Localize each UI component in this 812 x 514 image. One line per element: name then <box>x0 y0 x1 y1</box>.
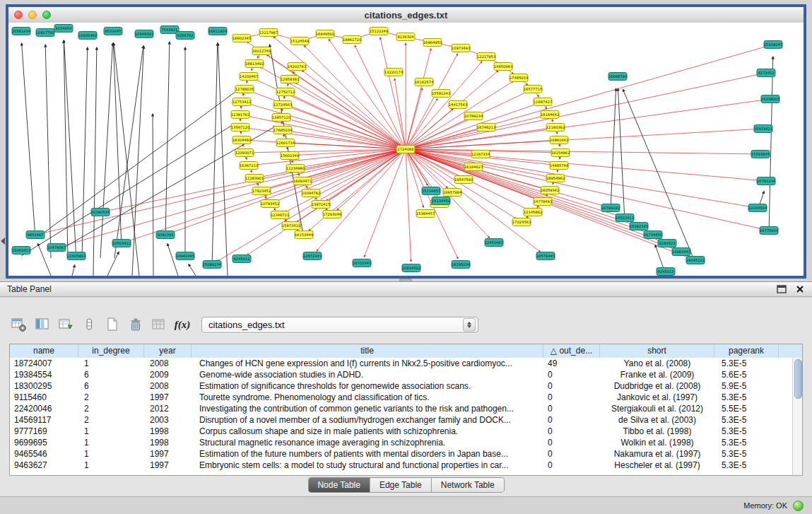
graph-node[interactable]: 18954962 <box>546 175 565 182</box>
graph-node[interactable]: 16746213 <box>477 124 495 132</box>
column-header-short[interactable]: short <box>600 344 714 358</box>
graph-node[interactable]: 15602349 <box>281 152 299 160</box>
graph-node[interactable]: 10963447 <box>672 248 690 256</box>
graph-node[interactable]: 10781234 <box>757 177 776 185</box>
graph-node[interactable]: 15122249 <box>370 28 388 35</box>
table-options-icon[interactable] <box>10 315 28 334</box>
graph-node[interactable]: 14778493 <box>534 198 552 206</box>
graph-node[interactable]: 12217987 <box>259 29 278 37</box>
graph-node[interactable]: 15384457 <box>416 210 435 218</box>
graph-node[interactable]: 12167334 <box>471 151 490 158</box>
graph-node[interactable]: 9853467 <box>26 231 45 239</box>
float-panel-icon[interactable] <box>775 284 788 295</box>
graph-node[interactable]: 15124549 <box>290 37 309 45</box>
graph-node[interactable]: 16577715 <box>524 86 542 93</box>
table-row[interactable]: 977716911998Corpus callosum shape and si… <box>10 426 792 437</box>
column-header-in-degree[interactable]: in_degree <box>78 344 144 358</box>
graph-node[interactable]: 15063412 <box>12 247 30 255</box>
maximize-window-button[interactable] <box>42 11 51 19</box>
graph-node[interactable]: 15873410 <box>282 222 300 230</box>
graph-node[interactable]: 8136304 <box>396 33 415 41</box>
graph-node[interactable]: 12724563 <box>273 101 292 109</box>
graph-node[interactable]: 14523411 <box>616 214 634 222</box>
graph-node[interactable]: 12450467 <box>485 239 503 247</box>
table-scrollbar[interactable] <box>792 358 802 475</box>
graph-node[interactable]: 9245013 <box>657 268 675 276</box>
show-columns-icon[interactable] <box>33 315 52 334</box>
graph-node[interactable]: 10789234 <box>464 112 483 120</box>
graph-node[interactable]: 12752712 <box>276 88 295 96</box>
table-selector-dropdown[interactable]: citations_edges.txt <box>201 317 478 333</box>
graph-node[interactable]: 16734450 <box>644 231 662 239</box>
graph-node[interactable]: 18164642 <box>541 111 559 119</box>
graph-node[interactable]: 12872341 <box>303 252 322 260</box>
graph-node[interactable]: 9154654 <box>54 25 73 33</box>
table-scrollbar-thumb[interactable] <box>794 359 802 399</box>
graph-node[interactable]: 16164627 <box>464 163 483 171</box>
table-row[interactable]: 946554611997Estimation of the future num… <box>10 448 792 460</box>
graph-node[interactable]: 15134457 <box>422 187 440 195</box>
graph-node[interactable]: 10578345 <box>536 252 555 260</box>
graph-node[interactable]: 10094782 <box>302 189 320 197</box>
column-header-year[interactable]: year <box>144 344 192 358</box>
graph-node[interactable]: 17024563 <box>512 218 531 226</box>
graph-node[interactable]: 10834562 <box>402 264 420 272</box>
import-table-icon[interactable] <box>57 315 75 334</box>
graph-node[interactable]: 13567120 <box>231 124 249 132</box>
graph-node[interactable]: 18957984 <box>443 189 462 197</box>
collapse-left-arrow-icon[interactable] <box>1 238 5 245</box>
graph-node[interactable]: 16059342 <box>541 187 559 194</box>
graph-node[interactable]: 19045122 <box>686 257 705 264</box>
graph-node[interactable]: 15581243 <box>432 90 450 98</box>
graph-node[interactable]: 15089234 <box>203 261 222 269</box>
graph-node[interactable]: 15938045 <box>764 41 782 49</box>
graph-node[interactable]: 14200467 <box>240 73 258 81</box>
table-row[interactable]: 946362711997Embryonic stem cells: a mode… <box>10 460 792 471</box>
graph-node[interactable]: 14238005 <box>761 95 779 103</box>
graph-node[interactable]: 19547590 <box>454 176 473 184</box>
table-row[interactable]: 969969511998Structural magnetic resonanc… <box>10 437 792 448</box>
graph-node[interactable]: 19154962 <box>551 149 570 157</box>
graph-node[interactable]: 15134450 <box>432 197 450 205</box>
network-canvas-area[interactable]: 2058163410817782915465416930462853304510… <box>8 23 804 276</box>
graph-node[interactable]: 9184523 <box>658 240 676 247</box>
graph-node[interactable]: 14850983 <box>494 63 512 71</box>
row-tools-icon[interactable] <box>80 315 98 334</box>
column-header-title[interactable]: title <box>192 344 543 358</box>
delete-rows-icon[interactable] <box>126 315 145 334</box>
graph-node[interactable]: 12160362 <box>546 124 565 132</box>
graph-node[interactable]: 18813492 <box>245 60 264 68</box>
graph-node[interactable]: 10817782 <box>36 29 54 37</box>
graph-node[interactable]: 14202763 <box>288 63 306 71</box>
graph-node[interactable]: 11283901 <box>245 175 264 182</box>
graph-node[interactable]: 16012749 <box>252 47 271 55</box>
graph-node[interactable]: 8533045 <box>104 28 122 35</box>
graph-node[interactable]: 10942345 <box>176 252 194 260</box>
graph-node[interactable]: 14417543 <box>449 101 467 109</box>
graph-node[interactable]: 16930462 <box>78 32 97 40</box>
function-builder-icon[interactable]: f(x) <box>173 315 192 334</box>
graph-node[interactable]: 11234980 <box>286 165 305 173</box>
graph-node[interactable]: 17293046 <box>323 211 341 218</box>
graph-node[interactable]: 14895798 <box>550 162 568 170</box>
graph-node[interactable]: 15933421 <box>754 125 772 133</box>
graph-node[interactable]: 18295034 <box>452 261 471 269</box>
graph-node[interactable]: 10861642 <box>550 136 568 144</box>
graph-node[interactable]: 16162574 <box>415 78 434 86</box>
graph-node[interactable]: 13220174 <box>384 69 404 76</box>
table-row[interactable]: 2242004622012Investigating the contribut… <box>10 403 792 414</box>
graph-node[interactable]: 17823452 <box>252 187 271 195</box>
graph-node[interactable]: 16702345 <box>353 259 371 267</box>
graph-node[interactable]: 16153449 <box>295 231 313 239</box>
tab-network-table[interactable]: Network Table <box>431 478 504 492</box>
close-panel-icon[interactable] <box>794 284 806 295</box>
table-row[interactable]: 1872400712008Changes of HCN gene express… <box>10 358 792 369</box>
graph-node[interactable]: 13857120 <box>272 114 290 122</box>
table-row[interactable]: 1456911722003Disruption of a novel membe… <box>10 414 792 426</box>
delete-table-icon[interactable] <box>150 315 168 334</box>
graph-node[interactable]: 10479567 <box>47 244 66 252</box>
window-titlebar[interactable]: citations_edges.txt <box>8 7 804 23</box>
graph-node[interactable]: 9273410 <box>757 69 775 77</box>
graph-node[interactable]: 12217953 <box>477 53 495 61</box>
close-window-button[interactable] <box>14 11 23 19</box>
